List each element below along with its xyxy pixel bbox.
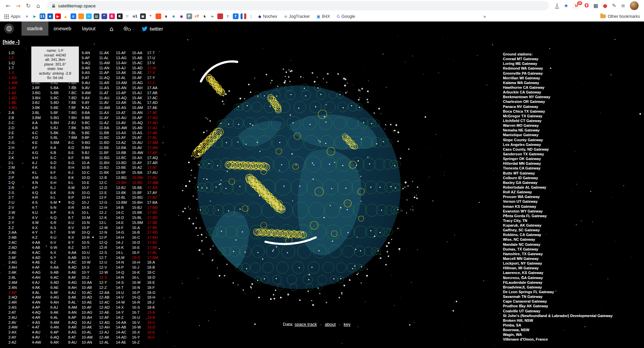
satellite-id[interactable]: 18-K bbox=[147, 305, 164, 310]
satellite-id[interactable]: 7-BL bbox=[68, 130, 82, 136]
dark-k-bookmark-icon[interactable]: K bbox=[117, 13, 123, 19]
satellite-id[interactable]: 15-AL bbox=[132, 100, 147, 105]
satellite-id[interactable]: 15-AZ bbox=[132, 165, 147, 170]
satellite-id[interactable]: 13-BJ bbox=[116, 185, 132, 190]
satellite-id[interactable]: 2-AC bbox=[8, 240, 32, 245]
satellite-id[interactable]: 12-L bbox=[99, 220, 116, 225]
satellite-id[interactable]: 2-AU bbox=[8, 315, 32, 320]
satellite-id[interactable]: 9-BC bbox=[82, 120, 99, 125]
satellite-id[interactable]: 13-AK bbox=[116, 70, 132, 75]
satellite-id[interactable]: 9-BA bbox=[82, 110, 99, 115]
satellite-id[interactable]: 6-N bbox=[50, 205, 68, 210]
satellite-id[interactable]: 6-AB bbox=[50, 270, 68, 275]
satellite-id[interactable]: 12-B bbox=[99, 175, 116, 180]
satellite-id[interactable]: 4-AK bbox=[32, 285, 50, 290]
satellite-id[interactable]: 10-AN bbox=[82, 340, 99, 345]
satellite-id[interactable]: 1-BG bbox=[8, 105, 32, 110]
satellite-id[interactable]: 10-AJ bbox=[82, 320, 99, 325]
satellite-id[interactable]: 3-BM bbox=[32, 115, 50, 120]
satellite-id[interactable]: 10-Q bbox=[82, 230, 99, 235]
satellite-id[interactable]: 13-BE bbox=[116, 165, 132, 170]
satellite-id[interactable]: 10-G bbox=[82, 190, 99, 195]
satellite-id[interactable]: 4-A bbox=[32, 120, 50, 125]
satellite-id[interactable]: 11-AM bbox=[99, 61, 116, 66]
satellite-id[interactable]: 12-U bbox=[99, 260, 116, 265]
satellite-id[interactable]: 12-T bbox=[99, 255, 116, 260]
satellite-id[interactable]: 15-AD bbox=[132, 66, 147, 71]
satellite-id[interactable]: 9-BK bbox=[82, 155, 99, 160]
satellite-id[interactable]: 12-R bbox=[99, 245, 116, 250]
satellite-id[interactable]: 17-BA bbox=[147, 200, 164, 205]
satellite-id[interactable]: 6-J bbox=[50, 185, 68, 190]
satellite-id[interactable]: 18-A bbox=[147, 260, 164, 265]
satellite-id[interactable]: 4-W bbox=[32, 220, 50, 225]
satellite-id[interactable]: 10-AL bbox=[82, 330, 99, 335]
bookmark-star-icon[interactable]: ★ bbox=[564, 3, 568, 9]
satellite-id[interactable]: 6-R bbox=[50, 220, 68, 225]
satellite-id[interactable]: 11-BF bbox=[99, 150, 116, 155]
satellite-id[interactable]: 11-AW bbox=[99, 105, 116, 110]
satellite-id[interactable]: 12-E bbox=[99, 190, 116, 195]
satellite-id[interactable]: 11-BE bbox=[99, 145, 116, 150]
satellite-id[interactable]: 16-Z bbox=[132, 340, 147, 345]
satellite-id[interactable]: 2-D bbox=[8, 125, 32, 130]
satellite-id[interactable]: 4-AF bbox=[32, 265, 50, 270]
satellite-id[interactable]: 8-L bbox=[68, 180, 82, 185]
satellite-id[interactable]: 6-W bbox=[50, 245, 68, 250]
satellite-id[interactable]: 6-AP bbox=[50, 330, 68, 335]
satellite-id[interactable]: 11-AY bbox=[99, 115, 116, 120]
satellite-id[interactable]: 18-H bbox=[147, 295, 164, 300]
satellite-id[interactable]: 10-AF bbox=[82, 305, 99, 310]
satellite-id[interactable]: 17-AU bbox=[147, 170, 164, 175]
satellite-id[interactable]: 17-AC bbox=[147, 95, 164, 101]
satellite-id[interactable]: 2-J bbox=[8, 150, 32, 155]
satellite-id[interactable]: 13-BM bbox=[116, 200, 132, 205]
satellite-id[interactable]: 1-T bbox=[8, 66, 32, 71]
satellite-id[interactable]: 5-BH bbox=[50, 120, 68, 125]
satellite-id[interactable]: 15-AG bbox=[132, 80, 147, 85]
satellite-id[interactable]: 13-AZ bbox=[116, 140, 132, 145]
satellite-id[interactable]: 15-AF bbox=[132, 75, 147, 80]
satellite-id[interactable]: 6-AE bbox=[50, 285, 68, 290]
satellite-id[interactable]: 12-AG bbox=[99, 320, 116, 325]
satellite-id[interactable]: 15-AQ bbox=[132, 120, 147, 125]
satellite-id[interactable]: 8-AN bbox=[68, 310, 82, 315]
satellite-id[interactable]: 1-F bbox=[8, 55, 32, 61]
satellite-id[interactable]: 17-AF bbox=[147, 110, 164, 115]
satellite-id[interactable]: 10-AG bbox=[82, 310, 99, 315]
satellite-id[interactable]: 17-AW bbox=[147, 180, 164, 185]
satellite-id[interactable]: 15-BB bbox=[132, 175, 147, 180]
satellite-id[interactable]: 12-Q bbox=[99, 240, 116, 245]
satellite-id[interactable]: 15-AN bbox=[132, 110, 147, 115]
satellite-id[interactable]: 9-AW bbox=[82, 90, 99, 95]
satellite-id[interactable]: 3-BJ bbox=[32, 100, 50, 105]
satellite-id[interactable]: 16-E bbox=[132, 245, 147, 250]
satellite-id[interactable]: 15-AM bbox=[132, 105, 147, 110]
satellite-id[interactable]: 10-AH bbox=[82, 315, 99, 320]
satellite-id[interactable]: 12-AA bbox=[99, 290, 116, 295]
satellite-id[interactable]: 8-AM bbox=[68, 305, 82, 310]
satellite-id[interactable]: 16-F bbox=[132, 250, 147, 255]
satellite-id[interactable]: 8-Y bbox=[68, 240, 82, 245]
satellite-id[interactable]: 1-BE bbox=[8, 100, 32, 105]
dot-grid-bookmark-icon[interactable]: ∷ bbox=[125, 13, 130, 19]
satellite-id[interactable]: 2-AM bbox=[8, 280, 32, 285]
satellite-id[interactable]: 17-AJ bbox=[147, 125, 164, 130]
satellite-id[interactable]: 11-BC bbox=[99, 135, 116, 140]
satellite-id[interactable]: 8-AB bbox=[68, 255, 82, 260]
satellite-id[interactable]: 12-M bbox=[99, 225, 116, 230]
satellite-id[interactable]: 15-AP bbox=[132, 115, 147, 120]
threads-bookmark-icon[interactable]: * bbox=[148, 13, 154, 19]
satellite-id[interactable]: 17-U bbox=[147, 55, 164, 61]
satellite-id[interactable]: 1-D bbox=[8, 50, 32, 55]
satellite-id[interactable]: 15-AR bbox=[132, 125, 147, 130]
satellite-id[interactable]: 13-BG bbox=[116, 175, 132, 180]
satellite-id[interactable]: 2-S bbox=[8, 190, 32, 195]
alert-icon[interactable]: ● bbox=[603, 3, 607, 9]
satellite-id[interactable]: 6-L bbox=[50, 195, 68, 200]
satellite-id[interactable]: 13-BK bbox=[116, 190, 132, 195]
satellite-id[interactable]: 9-AN bbox=[82, 50, 99, 55]
satellite-id[interactable]: 17-BM bbox=[147, 255, 164, 260]
satellite-id[interactable]: 10-T bbox=[82, 245, 99, 250]
satellite-id[interactable]: 16-V bbox=[132, 320, 147, 325]
